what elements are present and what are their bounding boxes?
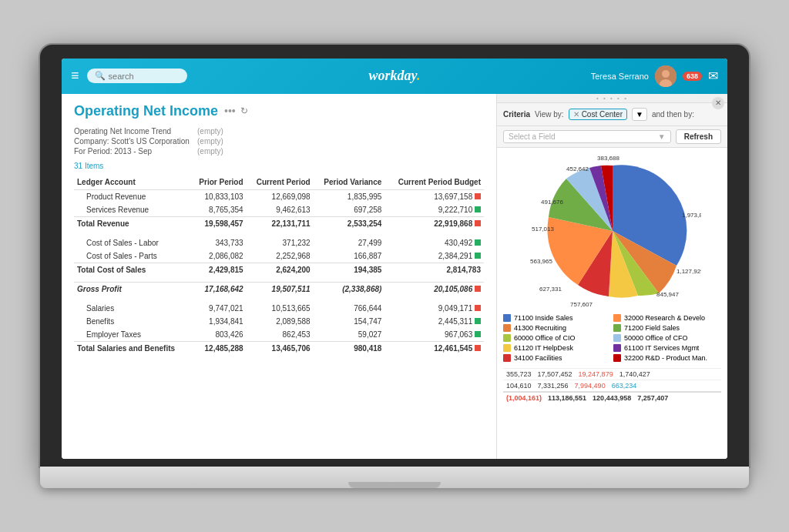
meta-table: Operating Net Income Trend (empty) Compa… bbox=[74, 127, 484, 156]
mail-icon[interactable]: ✉ bbox=[708, 69, 718, 83]
field-select[interactable]: Select a Field ▼ bbox=[503, 130, 671, 143]
meta-label-0: Operating Net Income Trend bbox=[74, 127, 197, 136]
budget-cell: 2,814,783 bbox=[384, 263, 484, 276]
main-content: Operating Net Income ••• ↻ Operating Net… bbox=[62, 94, 727, 459]
account-cell: Cost of Sales - Labor bbox=[74, 236, 190, 249]
extra-val: 120,443,958 bbox=[593, 394, 631, 402]
account-cell: Product Revenue bbox=[74, 189, 190, 203]
more-options-icon[interactable]: ••• bbox=[224, 105, 236, 117]
chart-legend: 71100 Inside Sales 32000 Research & Deve… bbox=[503, 314, 721, 362]
prior-cell: 803,426 bbox=[190, 328, 247, 342]
table-row: Salaries 9,747,021 10,513,665 766,644 9,… bbox=[74, 302, 484, 315]
current-cell: 2,252,968 bbox=[247, 249, 314, 263]
extra-val: 1,740,427 bbox=[619, 370, 650, 378]
budget-cell: 22,919,868 bbox=[384, 216, 484, 230]
account-cell: Employer Taxes bbox=[74, 328, 190, 342]
criteria-row2: Select a Field ▼ Refresh bbox=[497, 126, 727, 148]
meta-value-1: (empty) bbox=[197, 137, 223, 146]
table-row: Product Revenue 10,833,103 12,669,098 1,… bbox=[74, 189, 484, 203]
search-box[interactable]: 🔍 bbox=[87, 69, 187, 83]
right-panel: ✕ • • • • • Criteria View by: ✕ Cost Cen… bbox=[496, 94, 727, 459]
legend-item: 32200 R&D - Product Man. bbox=[613, 354, 721, 362]
extra-data-row: 355,723 17,507,452 19,247,879 1,740,427 bbox=[503, 368, 721, 380]
table-row: Benefits 1,934,841 2,089,588 154,747 2,4… bbox=[74, 315, 484, 328]
avatar[interactable] bbox=[655, 65, 677, 87]
variance-cell: 980,418 bbox=[314, 342, 385, 356]
refresh-button[interactable]: Refresh bbox=[676, 129, 721, 144]
legend-color-rnd bbox=[613, 354, 621, 362]
extra-val: 7,994,490 bbox=[575, 382, 606, 390]
account-cell: Total Revenue bbox=[74, 216, 190, 230]
budget-cell: 12,461,545 bbox=[384, 342, 484, 356]
criteria-tag[interactable]: ✕ Cost Center bbox=[569, 109, 627, 120]
data-table: Ledger Account Prior Period Current Peri… bbox=[74, 175, 484, 356]
meta-label-2: For Period: 2013 - Sep bbox=[74, 147, 197, 156]
page-title: Operating Net Income bbox=[74, 103, 218, 119]
account-cell: Benefits bbox=[74, 315, 190, 328]
variance-cell: 766,644 bbox=[314, 302, 385, 315]
extra-val: 355,723 bbox=[506, 370, 532, 378]
svg-point-1 bbox=[662, 70, 670, 78]
legend-item: 50000 Office of CFO bbox=[613, 334, 721, 342]
table-header-row: Ledger Account Prior Period Current Peri… bbox=[74, 175, 484, 190]
meta-value-2: (empty) bbox=[197, 147, 223, 156]
legend-label-cfo: 50000 Office of CFO bbox=[624, 334, 687, 342]
workday-logo: workday. bbox=[369, 68, 421, 84]
svg-text:1,973,878: 1,973,878 bbox=[682, 212, 701, 219]
current-cell: 9,462,613 bbox=[247, 203, 314, 217]
drag-handle: • • • • • bbox=[497, 94, 727, 103]
criteria-x-icon[interactable]: ✕ bbox=[573, 110, 579, 119]
col-header-variance: Period Variance bbox=[314, 175, 385, 190]
prior-cell: 9,747,021 bbox=[190, 302, 247, 315]
legend-item: 34100 Facilities bbox=[503, 354, 611, 362]
chart-area: 1,973,878 1,127,929 845,947 757,607 627,… bbox=[497, 148, 727, 459]
variance-cell: 194,385 bbox=[314, 263, 385, 276]
current-cell: 19,507,511 bbox=[247, 283, 314, 296]
variance-cell: 27,499 bbox=[314, 236, 385, 249]
hamburger-menu[interactable]: ≡ bbox=[71, 68, 79, 84]
flag-green-icon bbox=[475, 206, 481, 212]
flag-green-icon bbox=[475, 239, 481, 246]
notification-badge[interactable]: 638 bbox=[683, 72, 702, 81]
total-row: Total Revenue 19,598,457 22,131,711 2,53… bbox=[74, 216, 484, 230]
gross-profit-row: Gross Profit 17,168,642 19,507,511 (2,33… bbox=[74, 283, 484, 296]
current-cell: 862,453 bbox=[247, 328, 314, 342]
table-row: Services Revenue 8,765,354 9,462,613 697… bbox=[74, 203, 484, 217]
col-header-budget: Current Period Budget bbox=[384, 175, 484, 190]
extra-data-row: (1,004,161) 113,186,551 120,443,958 7,25… bbox=[503, 391, 721, 403]
legend-label-field-sales: 71200 Field Sales bbox=[624, 324, 680, 332]
legend-item: 32000 Research & Develo bbox=[613, 314, 721, 322]
legend-item: 71200 Field Sales bbox=[613, 324, 721, 332]
criteria-dropdown[interactable]: ▼ bbox=[632, 108, 647, 121]
col-header-account: Ledger Account bbox=[74, 175, 190, 190]
current-cell: 13,465,706 bbox=[247, 342, 314, 356]
extra-val: (1,004,161) bbox=[506, 394, 542, 402]
criteria-tag-label: Cost Center bbox=[582, 110, 623, 119]
legend-label-rnd: 32200 R&D - Product Man. bbox=[624, 354, 707, 362]
search-input[interactable] bbox=[109, 72, 178, 81]
spacer-row bbox=[74, 276, 484, 283]
svg-text:563,965: 563,965 bbox=[530, 258, 552, 265]
prior-cell: 10,833,103 bbox=[190, 189, 247, 203]
extra-val: 19,247,879 bbox=[579, 370, 613, 378]
extra-val: 104,610 bbox=[506, 382, 532, 390]
pie-chart-svg: 1,973,878 1,127,929 845,947 757,607 627,… bbox=[524, 154, 701, 308]
current-cell: 371,232 bbox=[247, 236, 314, 249]
flag-red-icon bbox=[475, 345, 481, 351]
meta-row: Operating Net Income Trend (empty) bbox=[74, 127, 484, 136]
spacer-row bbox=[74, 230, 484, 236]
close-panel-button[interactable]: ✕ bbox=[712, 97, 724, 109]
table-row: Cost of Sales - Labor 343,733 371,232 27… bbox=[74, 236, 484, 249]
legend-color-field-sales bbox=[613, 324, 621, 332]
refresh-icon[interactable]: ↻ bbox=[240, 105, 248, 116]
prior-cell: 17,168,642 bbox=[190, 283, 247, 296]
variance-cell: (2,338,868) bbox=[314, 283, 385, 296]
legend-label-it-services: 61100 IT Services Mgmt bbox=[624, 344, 699, 352]
prior-cell: 2,086,082 bbox=[190, 249, 247, 263]
svg-text:757,607: 757,607 bbox=[570, 301, 593, 308]
budget-cell: 9,222,710 bbox=[384, 203, 484, 217]
flag-red-icon bbox=[475, 286, 481, 292]
extra-val: 113,186,551 bbox=[548, 394, 586, 402]
svg-text:383,688: 383,688 bbox=[597, 155, 619, 162]
legend-item: 71100 Inside Sales bbox=[503, 314, 611, 322]
